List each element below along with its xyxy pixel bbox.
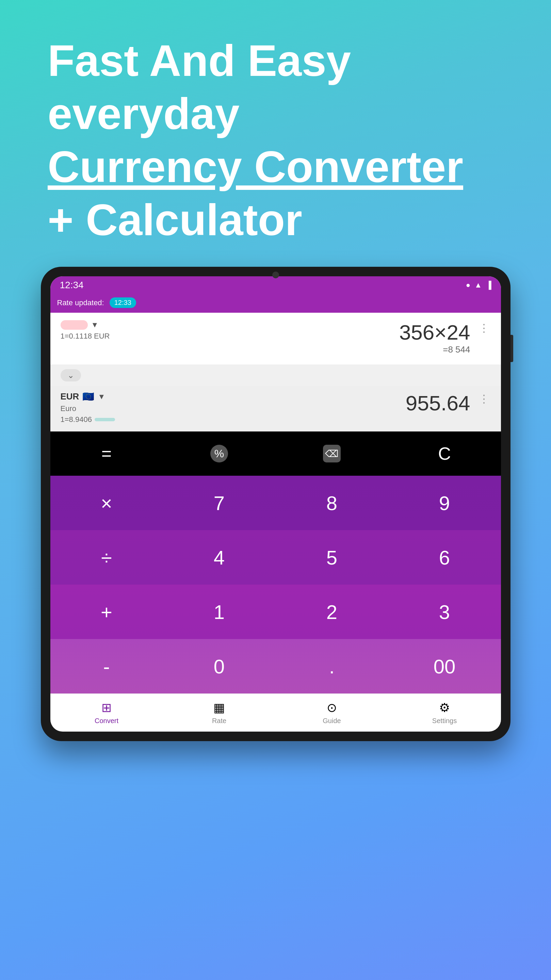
to-currency-rate: 1=8.9406 bbox=[61, 415, 115, 424]
btn-6[interactable]: 6 bbox=[388, 530, 501, 585]
hero-line2: Currency Converter bbox=[48, 140, 503, 193]
nav-convert-label: Convert bbox=[95, 717, 118, 725]
multiply-button[interactable]: × bbox=[50, 476, 163, 530]
nav-settings-label: Settings bbox=[432, 717, 457, 725]
btn-9[interactable]: 9 bbox=[388, 476, 501, 530]
numpad: × 7 8 9 ÷ 4 5 6 + 1 2 3 - 0 . 00 bbox=[50, 476, 501, 694]
percent-button[interactable]: % bbox=[163, 431, 276, 476]
to-rate-bar bbox=[95, 418, 115, 421]
divide-button[interactable]: ÷ bbox=[50, 530, 163, 585]
from-currency-top: ▼ 1=0.1118 EUR 356×24 =8 544 ⋮ bbox=[61, 320, 491, 358]
to-more-icon[interactable]: ⋮ bbox=[477, 391, 491, 407]
hero-line1: Fast And Easy everyday bbox=[48, 34, 503, 140]
backspace-button[interactable]: ⌫ bbox=[276, 431, 388, 476]
from-currency-rate: 1=0.1118 EUR bbox=[61, 332, 110, 340]
currency-area: ▼ 1=0.1118 EUR 356×24 =8 544 ⋮ bbox=[50, 313, 501, 431]
divider-row: ⌄ bbox=[50, 364, 501, 386]
expand-button[interactable]: ⌄ bbox=[61, 369, 81, 382]
from-currency-left: ▼ 1=0.1118 EUR bbox=[61, 320, 110, 340]
percent-icon: % bbox=[210, 445, 228, 463]
backspace-icon: ⌫ bbox=[323, 445, 341, 463]
btn-1[interactable]: 1 bbox=[163, 585, 276, 639]
hero-title: Fast And Easy everyday Currency Converte… bbox=[48, 34, 503, 247]
hero-line3: + Calculator bbox=[48, 193, 503, 247]
signal-icon: ▲ bbox=[475, 281, 482, 290]
calc-function-row: = % ⌫ C bbox=[50, 431, 501, 476]
chevron-down-icon: ⌄ bbox=[67, 371, 74, 380]
from-currency-flag-bar bbox=[61, 320, 88, 330]
hero-section: Fast And Easy everyday Currency Converte… bbox=[0, 0, 551, 267]
nav-settings[interactable]: ⚙ Settings bbox=[388, 697, 501, 728]
from-expression-value: 356×24 bbox=[399, 320, 470, 344]
btn-2[interactable]: 2 bbox=[276, 585, 388, 639]
status-icons: ● ▲ ▐ bbox=[466, 281, 491, 290]
nav-guide-label: Guide bbox=[323, 717, 341, 725]
btn-3[interactable]: 3 bbox=[388, 585, 501, 639]
battery-icon: ▐ bbox=[486, 281, 491, 290]
btn-4[interactable]: 4 bbox=[163, 530, 276, 585]
from-currency-right: 356×24 =8 544 ⋮ bbox=[399, 320, 491, 358]
status-bar: 12:34 ● ▲ ▐ bbox=[50, 276, 501, 294]
decimal-button[interactable]: . bbox=[276, 639, 388, 694]
from-currency-flag-row[interactable]: ▼ bbox=[61, 320, 110, 330]
clear-button[interactable]: C bbox=[388, 431, 501, 476]
nav-rate-label: Rate bbox=[212, 717, 226, 725]
to-currency-right: 955.64 ⋮ bbox=[406, 391, 491, 415]
from-more-icon[interactable]: ⋮ bbox=[477, 320, 491, 336]
rate-icon: ▦ bbox=[213, 701, 225, 715]
bottom-nav: ⊞ Convert ▦ Rate ⊙ Guide ⚙ Settings bbox=[50, 694, 501, 732]
nav-convert[interactable]: ⊞ Convert bbox=[50, 697, 163, 728]
nav-guide[interactable]: ⊙ Guide bbox=[276, 697, 388, 728]
to-currency-top: EUR 🇪🇺 ▼ Euro 1=8.9406 955.64 ⋮ bbox=[61, 391, 491, 424]
from-result-value: =8 544 bbox=[399, 344, 470, 358]
calculator-area: = % ⌫ C × 7 8 9 bbox=[50, 431, 501, 732]
rate-time-badge: 12:33 bbox=[110, 298, 136, 308]
btn-8[interactable]: 8 bbox=[276, 476, 388, 530]
to-currency-code: EUR bbox=[61, 391, 79, 402]
btn-5[interactable]: 5 bbox=[276, 530, 388, 585]
to-currency-flag-row[interactable]: EUR 🇪🇺 ▼ bbox=[61, 391, 115, 402]
to-currency-left: EUR 🇪🇺 ▼ Euro 1=8.9406 bbox=[61, 391, 115, 424]
tablet-screen: 12:34 ● ▲ ▐ Rate updated: 12:33 ▼ bbox=[50, 276, 501, 732]
double-zero-button[interactable]: 00 bbox=[388, 639, 501, 694]
to-currency-flag: 🇪🇺 bbox=[82, 391, 94, 402]
settings-icon: ⚙ bbox=[439, 701, 450, 715]
to-currency-value: 955.64 bbox=[406, 391, 470, 415]
btn-7[interactable]: 7 bbox=[163, 476, 276, 530]
to-currency-name: Euro bbox=[61, 404, 115, 413]
from-currency-expression: 356×24 =8 544 bbox=[399, 320, 470, 358]
app-bar: Rate updated: 12:33 bbox=[50, 294, 501, 313]
rate-updated-label: Rate updated: bbox=[57, 298, 104, 307]
btn-0[interactable]: 0 bbox=[163, 639, 276, 694]
tablet-device: 12:34 ● ▲ ▐ Rate updated: 12:33 ▼ bbox=[41, 267, 511, 741]
guide-icon: ⊙ bbox=[327, 701, 337, 715]
to-currency-row: EUR 🇪🇺 ▼ Euro 1=8.9406 955.64 ⋮ bbox=[50, 386, 501, 431]
equals-button[interactable]: = bbox=[50, 431, 163, 476]
nav-rate[interactable]: ▦ Rate bbox=[163, 697, 276, 728]
convert-icon: ⊞ bbox=[102, 701, 111, 715]
from-currency-row: ▼ 1=0.1118 EUR 356×24 =8 544 ⋮ bbox=[50, 313, 501, 364]
subtract-button[interactable]: - bbox=[50, 639, 163, 694]
wifi-icon: ● bbox=[466, 281, 470, 290]
status-time: 12:34 bbox=[60, 280, 84, 291]
tablet-side-button bbox=[511, 335, 513, 362]
tablet-camera bbox=[272, 272, 279, 278]
from-currency-dropdown-icon[interactable]: ▼ bbox=[91, 321, 99, 329]
to-currency-dropdown-icon[interactable]: ▼ bbox=[98, 392, 105, 401]
add-button[interactable]: + bbox=[50, 585, 163, 639]
